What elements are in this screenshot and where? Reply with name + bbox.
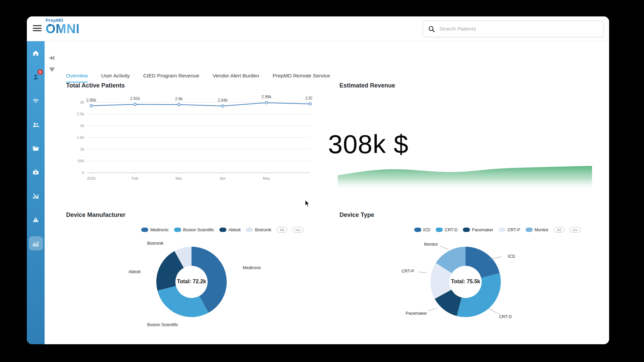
header: PrepMD OMNI ♥ — [27, 16, 609, 41]
svg-text:May: May — [263, 176, 270, 180]
mouse-cursor — [305, 200, 310, 209]
slice-label-crt-d: CRT-D — [499, 314, 512, 319]
svg-text:1.5k: 1.5k — [77, 135, 84, 139]
sidebar-item-disconnected[interactable] — [29, 189, 43, 203]
sidebar: 9 — [27, 41, 45, 344]
sidebar-item-clinic-kit[interactable] — [29, 165, 43, 179]
users-icon — [32, 121, 40, 128]
device-manufacturer-total: Total: 72.2k — [165, 279, 218, 285]
svg-text:2.9k: 2.9k — [175, 97, 183, 101]
brand-logo: PrepMD OMNI ♥ — [46, 18, 79, 35]
sidebar-item-users[interactable] — [29, 117, 43, 131]
sidebar-item-files[interactable] — [29, 141, 43, 155]
inv-button[interactable]: Inv — [570, 227, 581, 233]
notification-badge: 9 — [38, 69, 43, 75]
alert-triangle-icon — [32, 216, 40, 224]
svg-text:2.84k: 2.84k — [218, 98, 228, 103]
legend-swatch — [526, 228, 533, 232]
slice-label-boston-scientific: Boston Scientific — [147, 322, 178, 327]
legend-label: Biotronik — [255, 228, 271, 232]
svg-text:Feb: Feb — [132, 176, 139, 180]
inv-button[interactable]: Inv — [292, 227, 304, 233]
svg-text:Mar: Mar — [175, 176, 182, 180]
analytics-icon — [32, 240, 40, 247]
slice-label-crt-p: CRT-P — [401, 269, 414, 274]
tab-user-activity[interactable]: User Activity — [101, 73, 130, 82]
tab-cied-program-revenue[interactable]: CIED Program Revenue — [143, 73, 199, 82]
legend-item-monitor[interactable]: Monitor — [526, 228, 549, 232]
app-window: PrepMD OMNI ♥ 9 — [27, 16, 609, 344]
all-button[interactable]: All — [277, 227, 287, 233]
estimated-revenue-area-chart — [338, 164, 592, 189]
sidebar-item-home[interactable] — [29, 46, 43, 60]
svg-text:0: 0 — [82, 171, 84, 175]
slice-label-abbott: Abbott — [128, 269, 141, 274]
slice-label-medtronic: Medtronic — [243, 265, 261, 270]
folder-icon — [32, 144, 40, 152]
sidebar-item-analytics[interactable] — [29, 236, 43, 250]
signal-slash-icon — [32, 192, 40, 200]
device-type-title: Device Type — [339, 212, 374, 219]
tab-prepmd-remote-service[interactable]: PrepMD Remote Service — [273, 73, 330, 82]
search-bar[interactable] — [423, 20, 604, 37]
slice-label-monitor: Monitor — [424, 242, 438, 247]
legend-item-biotronik[interactable]: Biotronik — [246, 228, 271, 232]
svg-text:2.85k: 2.85k — [86, 98, 96, 103]
estimated-revenue-title: Estimated Revenue — [339, 82, 395, 89]
tab-vendor-alert-burden[interactable]: Vendor Alert Burden — [213, 73, 259, 82]
svg-text:2k: 2k — [80, 124, 84, 128]
tab-bar: Overview User Activity CIED Program Reve… — [66, 73, 330, 82]
svg-text:2.98k: 2.98k — [262, 95, 272, 99]
svg-text:500: 500 — [78, 159, 84, 163]
svg-text:2025: 2025 — [87, 176, 96, 180]
filter-icon[interactable] — [49, 66, 55, 74]
svg-text:1k: 1k — [80, 147, 84, 151]
device-type-total: Total: 75.5k — [439, 279, 492, 285]
search-icon — [428, 25, 435, 33]
svg-text:3k: 3k — [80, 100, 84, 104]
svg-text:2.91k: 2.91k — [130, 96, 140, 101]
legend-label: Monitor — [535, 228, 549, 232]
slice-label-biotronik: Biotronik — [147, 241, 164, 246]
svg-text:2.5k: 2.5k — [77, 112, 84, 116]
heart-icon: ♥ — [48, 22, 51, 28]
estimated-revenue-value: 308k $ — [328, 129, 409, 160]
remote-signal-icon — [32, 97, 40, 105]
slice-label-pacemaker: Pacemaker — [406, 311, 427, 316]
svg-text:Apr: Apr — [220, 176, 226, 180]
home-icon — [32, 49, 40, 57]
device-manufacturer-title: Device Manufacturer — [66, 212, 125, 219]
sidebar-item-remote-monitoring[interactable] — [29, 94, 43, 108]
menu-icon[interactable] — [33, 25, 42, 33]
sidebar-item-patients[interactable]: 9 — [29, 70, 43, 84]
slice-label-icd: ICD — [508, 254, 515, 259]
search-input[interactable] — [439, 25, 599, 32]
medical-kit-icon — [32, 168, 40, 176]
total-active-patients-title: Total Active Patients — [66, 82, 125, 89]
all-button[interactable]: All — [554, 227, 564, 233]
tab-overview[interactable]: Overview — [66, 73, 88, 82]
svg-text:2.93k: 2.93k — [305, 96, 312, 101]
collapse-sidebar-icon[interactable] — [49, 55, 55, 63]
main-content: Overview User Activity CIED Program Reve… — [45, 41, 609, 344]
legend-swatch — [246, 228, 253, 232]
total-active-patients-line-chart: 05001k1.5k2k2.5k3k2.85k20252.91kFeb2.9kM… — [66, 92, 312, 182]
sidebar-item-alerts[interactable] — [29, 213, 43, 227]
